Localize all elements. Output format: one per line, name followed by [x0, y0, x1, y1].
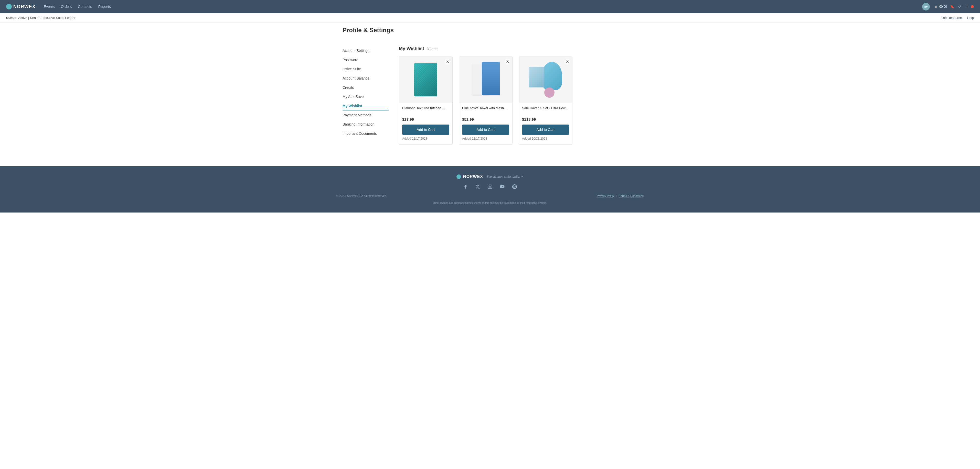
product-image-container-2: ✕ [459, 57, 512, 103]
nav-item-contacts[interactable]: Contacts [78, 5, 92, 9]
logo[interactable]: norwex [6, 4, 36, 10]
footer: norwex live cleaner, safer, better™ © 20… [0, 166, 980, 212]
footer-links: Privacy Policy | Terms & Conditions [597, 194, 644, 197]
product-info-2: Blue Active Towel with Mesh ... $52.99 [459, 103, 512, 122]
sidebar-item-password[interactable]: Password [342, 55, 389, 65]
product-card-3: ✕ Safe Haven 5 Set - Ultra Pow... $118.9… [519, 57, 573, 145]
sidebar-item-important-documents[interactable]: Important Documents [342, 129, 389, 138]
sub-header-links: The Resource Help [941, 16, 974, 20]
product-info-1: Diamond Textured Kitchen T... $23.99 [399, 103, 452, 122]
product-added-date-3: Added 10/28/2023 [519, 135, 572, 140]
sidebar-item-payment-methods[interactable]: Payment Methods [342, 111, 389, 120]
product-close-3[interactable]: ✕ [565, 59, 570, 65]
page-title: Profile & Settings [342, 27, 638, 34]
product-image-3 [519, 57, 572, 103]
product-price-3: $118.99 [522, 117, 569, 122]
svg-rect-0 [488, 185, 492, 189]
user-avatar[interactable]: ●▾ [922, 3, 930, 11]
sidebar-item-my-wishlist[interactable]: My Wishlist [342, 101, 389, 111]
status-label: Status: [6, 16, 18, 20]
page-title-container: Profile & Settings [336, 22, 644, 34]
product-info-3: Safe Haven 5 Set - Ultra Pow... $118.99 [519, 103, 572, 122]
product-blue-towel-image [472, 62, 500, 98]
sidebar-item-credits[interactable]: Credits [342, 83, 389, 92]
product-name-3: Safe Haven 5 Set - Ultra Pow... [522, 106, 569, 115]
footer-bottom: © 2023, Norwex USA All rights reserved. … [336, 194, 644, 197]
sidebar-item-my-autosave[interactable]: My AutoSave [342, 92, 389, 101]
sidebar: Account Settings Password Office Suite A… [342, 46, 389, 145]
product-image-container-1: ✕ [399, 57, 452, 103]
product-price-2: $52.99 [462, 117, 509, 122]
wishlist-header: My Wishlist 3 items [399, 46, 638, 51]
product-price-1: $23.99 [402, 117, 449, 122]
timer-back-button[interactable]: ◀ [933, 4, 938, 9]
nav-item-reports[interactable]: Reports [98, 5, 111, 9]
timer-bookmark-button[interactable]: 🔖 [949, 4, 955, 9]
footer-social [462, 183, 518, 190]
timer-pause-button[interactable]: ⏸ [964, 4, 969, 9]
product-added-date-2: Added 11/17/2023 [459, 135, 512, 140]
facebook-icon[interactable] [462, 183, 469, 190]
wishlist-count: 3 items [427, 47, 438, 51]
timer-display: 00:00 [939, 5, 948, 8]
status-text: Status: Active | Senior Executive Sales … [6, 16, 76, 20]
the-resource-link[interactable]: The Resource [941, 16, 962, 20]
main-content: Account Settings Password Office Suite A… [336, 40, 644, 151]
logo-text: norwex [13, 4, 36, 10]
product-safe-haven-image [529, 62, 562, 98]
product-image-1 [399, 57, 452, 103]
logo-icon [6, 4, 12, 10]
youtube-icon[interactable] [499, 183, 506, 190]
nav-item-orders[interactable]: Orders [61, 5, 72, 9]
help-link[interactable]: Help [967, 16, 974, 20]
nav-item-events[interactable]: Events [44, 5, 55, 9]
footer-logo-icon [457, 174, 461, 179]
footer-divider: | [616, 194, 617, 197]
timer-red-dot [971, 5, 974, 8]
footer-logo-text: norwex [463, 174, 483, 179]
status-value: Active | Senior Executive Sales Leader [18, 16, 76, 20]
timer-bar: ◀ 00:00 🔖 ↺ ⏸ [933, 4, 974, 9]
product-name-1: Diamond Textured Kitchen T... [402, 106, 449, 115]
timer-refresh-button[interactable]: ↺ [957, 4, 962, 9]
footer-disclaimer: Other images and company names shown on … [433, 201, 547, 204]
twitter-x-icon[interactable] [474, 183, 481, 190]
footer-copyright: © 2023, Norwex USA All rights reserved. [336, 194, 387, 197]
sidebar-item-office-suite[interactable]: Office Suite [342, 65, 389, 74]
pinterest-icon[interactable] [511, 183, 518, 190]
product-close-1[interactable]: ✕ [445, 59, 450, 65]
sidebar-item-account-settings[interactable]: Account Settings [342, 46, 389, 55]
privacy-policy-link[interactable]: Privacy Policy [597, 194, 614, 197]
sidebar-item-account-balance[interactable]: Account Balance [342, 74, 389, 83]
wishlist-content: My Wishlist 3 items ✕ Diamond Textured K… [399, 46, 638, 145]
sub-header: Status: Active | Senior Executive Sales … [0, 13, 980, 22]
product-name-2: Blue Active Towel with Mesh ... [462, 106, 509, 115]
terms-conditions-link[interactable]: Terms & Conditions [619, 194, 644, 197]
add-to-cart-button-2[interactable]: Add to Cart [462, 125, 509, 135]
header: norwex Events Orders Contacts Reports ●▾… [0, 0, 980, 13]
product-image-2 [459, 57, 512, 103]
wishlist-title: My Wishlist [399, 46, 424, 51]
add-to-cart-button-3[interactable]: Add to Cart [522, 125, 569, 135]
sidebar-item-banking-information[interactable]: Banking Information [342, 120, 389, 129]
footer-logo: norwex [457, 174, 483, 179]
product-added-date-1: Added 11/17/2023 [399, 135, 452, 140]
products-grid: ✕ Diamond Textured Kitchen T... $23.99 A… [399, 57, 638, 145]
add-to-cart-button-1[interactable]: Add to Cart [402, 125, 449, 135]
main-nav: Events Orders Contacts Reports [44, 5, 111, 9]
product-close-2[interactable]: ✕ [504, 59, 510, 65]
product-card-2: ✕ Blue Active Towel with Mesh ... $52.99… [459, 57, 512, 145]
product-image-container-3: ✕ [519, 57, 572, 103]
product-card-1: ✕ Diamond Textured Kitchen T... $23.99 A… [399, 57, 453, 145]
instagram-icon[interactable] [487, 183, 493, 190]
footer-tagline: live cleaner, safer, better™ [487, 175, 523, 179]
product-teal-cloth-image [414, 63, 437, 97]
